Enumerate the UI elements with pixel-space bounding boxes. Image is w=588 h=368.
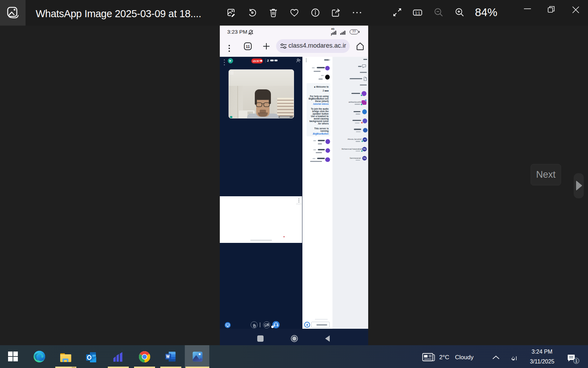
svg-text:1:1: 1:1 bbox=[415, 11, 420, 15]
svg-text:●: ● bbox=[331, 34, 332, 36]
